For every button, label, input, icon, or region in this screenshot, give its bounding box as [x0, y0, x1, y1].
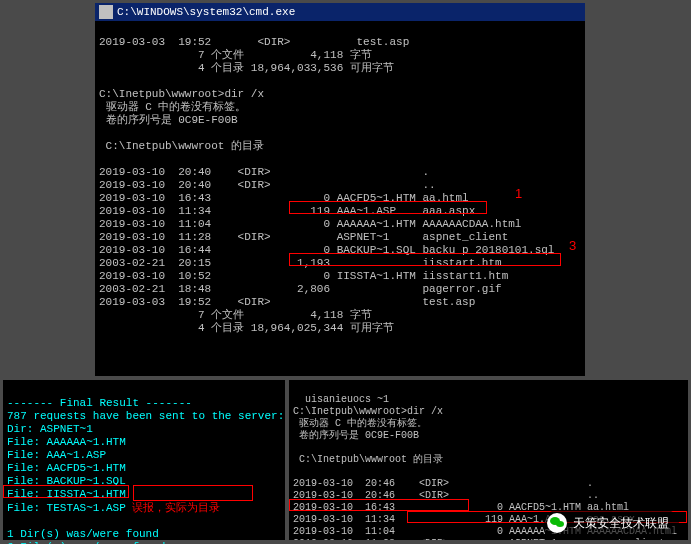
- dir-row: 2019-03-10 20:40 <DIR> .: [99, 166, 429, 178]
- wechat-label: 天策安全技术联盟: [573, 515, 669, 532]
- dir-row: 2019-03-10 11:28 <DIR> ASPNET~1 aspnet_c…: [293, 538, 665, 540]
- dir-row: 2019-03-10 11:28 <DIR> ASPNET~1 aspnet_c…: [99, 231, 508, 243]
- wechat-badge[interactable]: 天策安全技术联盟: [544, 510, 679, 536]
- dir-row: 2019-03-10 16:44 0 BACKUP~1.SQL backu p_…: [99, 244, 554, 256]
- dir-count: 1 Dir(s) was/were found: [7, 528, 159, 540]
- line: 4 个目录 18,964,033,536 可用字节: [99, 62, 394, 74]
- dir-row: 2019-03-03 19:52 <DIR> test.asp: [99, 296, 475, 308]
- requests-line: 787 requests have been sent to the serve…: [7, 410, 284, 422]
- file-found: File: AACFD5~1.HTM: [7, 462, 126, 474]
- highlight-box-note: [133, 485, 253, 501]
- line: 4 个目录 18,964,025,344 可用字节: [99, 322, 394, 334]
- line: C:\Inetpub\wwwroot 的目录: [99, 140, 264, 152]
- cmd-icon: [99, 5, 113, 19]
- annotation-3: 3: [569, 238, 576, 253]
- false-positive-note: 误报，实际为目录: [132, 501, 220, 513]
- dir-row: 2019-03-10 16:43 0 AACFD5~1.HTM aa.html: [99, 192, 469, 204]
- result-header: ------- Final Result -------: [7, 397, 192, 409]
- prompt-line: C:\Inetpub\wwwroot>dir /x: [99, 88, 264, 100]
- prompt-line: C:\Inetpub\wwwroot>dir /x: [293, 406, 443, 417]
- dir-row: 2003-02-21 20:15 1,193 iisstart.htm: [99, 257, 502, 269]
- line: 7 个文件 4,118 字节: [99, 49, 372, 61]
- scanner-output: ------- Final Result ------- 787 request…: [3, 380, 285, 540]
- terminal-output-top: 2019-03-03 19:52 <DIR> test.asp 7 个文件 4,…: [95, 21, 585, 337]
- dir-row: 2019-03-10 10:52 0 IISSTA~1.HTM iisstart…: [99, 270, 508, 282]
- file-found: File: AAA~1.ASP: [7, 449, 106, 461]
- file-found: File: TESTAS~1.ASP: [7, 502, 126, 514]
- line: 驱动器 C 中的卷没有标签。: [99, 101, 246, 113]
- line: 驱动器 C 中的卷没有标签。: [293, 418, 427, 429]
- titlebar[interactable]: C:\WINDOWS\system32\cmd.exe: [95, 3, 585, 21]
- line: 7 个文件 4,118 字节: [99, 309, 372, 321]
- dir-found: Dir: ASPNET~1: [7, 423, 93, 435]
- dir-row: 2019-03-10 20:46 <DIR> .: [293, 478, 593, 489]
- wechat-icon: [547, 513, 567, 533]
- dir-row: 2019-03-10 11:04 0 AAAAAA~1.HTM AAAAAACD…: [99, 218, 521, 230]
- line: C:\Inetpub\wwwroot 的目录: [293, 454, 443, 465]
- line: 卷的序列号是 0C9E-F00B: [293, 430, 419, 441]
- dir-row: 2019-03-10 11:34 119 AAA~1.ASP aaa.aspx: [99, 205, 475, 217]
- file-found: File: IISSTA~1.HTM: [7, 488, 126, 500]
- dir-row: 2019-03-10 20:46 <DIR> ..: [293, 490, 599, 501]
- line: 卷的序列号是 0C9E-F00B: [99, 114, 238, 126]
- dir-row: 2003-02-21 18:48 2,806 pagerror.gif: [99, 283, 502, 295]
- line: uisanieuocs ~1: [293, 394, 389, 405]
- cmd-window-top: C:\WINDOWS\system32\cmd.exe 2019-03-03 1…: [95, 3, 585, 376]
- window-title: C:\WINDOWS\system32\cmd.exe: [117, 6, 295, 18]
- annotation-1: 1: [515, 186, 522, 201]
- line: 2019-03-03 19:52 <DIR> test.asp: [99, 36, 409, 48]
- file-found: File: BACKUP~1.SQL: [7, 475, 126, 487]
- dir-row: 2019-03-10 20:40 <DIR> ..: [99, 179, 436, 191]
- file-found: File: AAAAAA~1.HTM: [7, 436, 126, 448]
